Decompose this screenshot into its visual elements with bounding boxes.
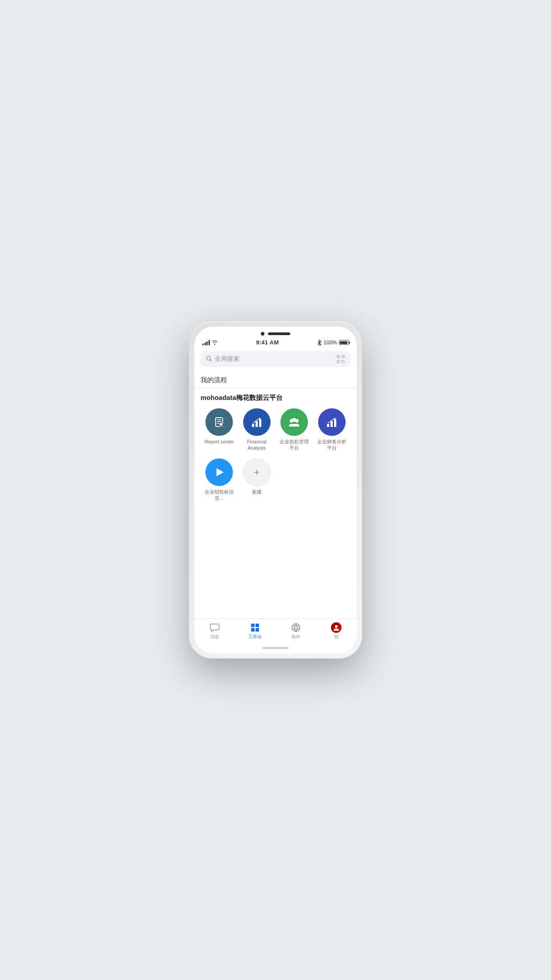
nav-item-me[interactable]: 我 [323, 622, 350, 640]
phone-top-area: 9:41 AM 100% [194, 327, 357, 347]
home-bar [262, 647, 289, 649]
app-item-finance-platform[interactable]: 企业财务分析平台 [313, 408, 351, 451]
svg-rect-17 [252, 424, 254, 427]
me-avatar [331, 622, 342, 633]
screen-content: 全局搜索 我的流 [194, 347, 357, 618]
nav-label-me: 我 [334, 634, 338, 640]
svg-rect-27 [251, 624, 255, 627]
scan-icon[interactable] [336, 355, 345, 364]
front-camera [261, 332, 264, 336]
app-item-crisis[interactable]: 企业危机管理平台 [276, 408, 313, 451]
phone-screen: 9:41 AM 100% [194, 327, 357, 653]
nav-icon-me [331, 622, 342, 633]
svg-rect-24 [331, 421, 333, 427]
battery-icon [339, 340, 349, 345]
collab-icon [291, 623, 301, 632]
status-bar: 9:41 AM 100% [194, 338, 357, 347]
speaker [268, 332, 290, 335]
svg-point-31 [292, 624, 300, 632]
nav-label-collaborate: 协作 [291, 634, 300, 640]
platform-section: mohoadata梅花数据云平台 [194, 388, 357, 506]
battery-fill [340, 341, 347, 344]
svg-rect-6 [342, 356, 344, 358]
home-indicator [194, 644, 357, 653]
nav-icon-workspace [250, 622, 260, 633]
signal-bar-4 [209, 340, 210, 345]
bid-icon [212, 465, 226, 479]
app-label-bid: 企业招投标信息... [204, 489, 235, 502]
app-icon-new: + [243, 458, 271, 486]
app-label-new: 新建 [252, 489, 262, 495]
status-left [202, 340, 218, 345]
my-flows-header: 我的流程 [194, 371, 357, 388]
status-right: 100% [317, 340, 349, 346]
my-flows-title: 我的流程 [201, 376, 227, 383]
signal-icon [202, 340, 210, 345]
phone-frame: 9:41 AM 100% [189, 321, 362, 659]
grid-icon [250, 623, 260, 632]
battery-percentage: 100% [323, 340, 337, 346]
search-placeholder: 全局搜索 [215, 355, 334, 363]
chat-icon [210, 623, 220, 632]
app-icon-crisis [280, 408, 308, 436]
plus-icon: + [254, 467, 260, 478]
app-item-new[interactable]: + 新建 [238, 458, 276, 502]
svg-rect-25 [334, 419, 336, 427]
camera-area [261, 332, 290, 336]
app-icon-bid [205, 458, 233, 486]
svg-rect-5 [337, 356, 339, 358]
wifi-icon [212, 340, 218, 345]
svg-rect-7 [337, 360, 339, 363]
app-label-crisis: 企业危机管理平台 [279, 439, 310, 451]
search-icon [206, 356, 212, 363]
report-center-icon [212, 415, 226, 429]
svg-rect-28 [256, 624, 259, 627]
svg-rect-18 [256, 421, 258, 427]
svg-marker-26 [216, 468, 224, 476]
app-grid: Report center Financial Analys [201, 408, 350, 501]
bottom-nav: 消息 工作台 [194, 618, 357, 644]
app-icon-report-center [205, 408, 233, 436]
bluetooth-icon [317, 340, 322, 346]
content-spacer [194, 506, 357, 618]
search-container: 全局搜索 [194, 347, 357, 371]
svg-rect-23 [327, 424, 329, 427]
search-bar[interactable]: 全局搜索 [201, 351, 350, 367]
finance-platform-icon [325, 415, 339, 429]
signal-bar-1 [202, 344, 204, 345]
app-item-bid[interactable]: 企业招投标信息... [201, 458, 238, 502]
financial-analysis-icon [250, 415, 264, 429]
status-time: 9:41 AM [256, 339, 279, 346]
svg-point-22 [292, 418, 296, 422]
svg-rect-19 [259, 419, 261, 427]
nav-item-workspace[interactable]: 工作台 [242, 622, 268, 640]
app-item-financial-analysis[interactable]: Financial Analysis [238, 408, 276, 451]
signal-bar-3 [206, 341, 208, 345]
crisis-icon [287, 415, 301, 429]
platform-name: mohoadata梅花数据云平台 [201, 394, 350, 402]
app-icon-financial [243, 408, 271, 436]
svg-rect-30 [256, 628, 259, 632]
app-label-report-center: Report center [205, 439, 234, 445]
nav-icon-messages [209, 622, 220, 633]
nav-label-messages: 消息 [210, 634, 219, 640]
nav-item-collaborate[interactable]: 协作 [283, 622, 309, 640]
app-label-finance-platform: 企业财务分析平台 [316, 439, 347, 451]
svg-rect-29 [251, 628, 255, 632]
svg-line-4 [210, 360, 212, 361]
nav-icon-collaborate [291, 622, 301, 633]
app-label-financial-analysis: Financial Analysis [241, 439, 272, 451]
svg-point-34 [335, 625, 338, 628]
app-icon-finance-platform [318, 408, 346, 436]
nav-item-messages[interactable]: 消息 [201, 622, 228, 640]
nav-label-workspace: 工作台 [248, 634, 262, 640]
app-item-report-center[interactable]: Report center [201, 408, 238, 451]
signal-bar-2 [205, 343, 206, 345]
